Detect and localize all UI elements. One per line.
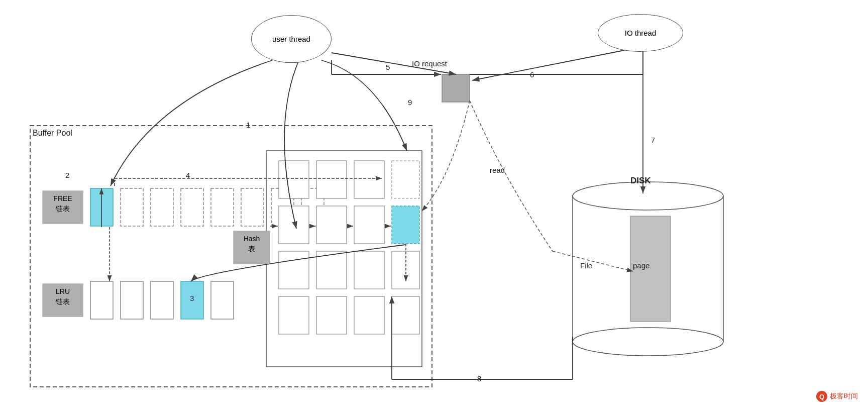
lru-empty-2 (121, 281, 143, 319)
free-empty-4 (211, 188, 234, 226)
lru-empty-4 (211, 281, 234, 319)
hash-cell-r3c3 (354, 251, 384, 289)
lru-empty-3 (151, 281, 173, 319)
hash-cell-r1c1 (279, 161, 309, 198)
read-dashed-2 (470, 100, 553, 251)
hash-cell-r1c2 (316, 161, 347, 198)
arrow-1 (284, 60, 299, 229)
lru-text: LRU链表 (56, 287, 70, 305)
arrow-num-7: 7 (651, 136, 655, 144)
hash-cell-r1c3 (354, 161, 384, 198)
hash-cell-r4c1 (279, 296, 309, 334)
hash-cell-r4c3 (354, 296, 384, 334)
hash-cell-r3c2 (316, 251, 347, 289)
free-empty-3 (181, 188, 203, 226)
io-request-label: IO request (412, 59, 447, 68)
read-dashed-1 (422, 100, 470, 211)
io-thread-node: IO thread (598, 14, 683, 52)
hash-cell-r4c2 (316, 296, 347, 334)
diagram-container: user thread IO thread IO request Buffer … (0, 0, 868, 411)
arrow-num-9: 9 (408, 98, 412, 107)
hash-cell-r3c1 (279, 251, 309, 289)
free-empty-1 (121, 188, 143, 226)
hash-cell-r2c3 (354, 206, 384, 244)
user-thread-node: user thread (251, 15, 332, 63)
file-label: File (580, 261, 592, 270)
buffer-pool-label: Buffer Pool (33, 129, 72, 138)
arrow-9 (321, 60, 407, 151)
arrow-num-2: 2 (65, 171, 69, 179)
free-text: FREE链表 (53, 194, 72, 213)
arrow-num-8: 8 (477, 374, 481, 383)
io-thread-label: IO thread (625, 28, 657, 38)
watermark-icon: Q (816, 391, 827, 402)
hash-cell-r2c1 (279, 206, 309, 244)
user-thread-label: user thread (272, 34, 310, 44)
arrow-num-1: 1 (246, 121, 250, 129)
disk-top (573, 182, 723, 210)
arrow-6 (472, 50, 624, 80)
lru-label: LRU链表 (43, 284, 83, 317)
hash-cell-r2c2 (316, 206, 347, 244)
page-label: page (633, 261, 649, 270)
read-label: read (490, 166, 505, 174)
arrow-num-4: 4 (186, 171, 190, 179)
lru-empty-1 (90, 281, 113, 319)
disk-bottom (573, 328, 723, 356)
arrow-num-5: 5 (386, 63, 390, 71)
watermark-text: 极客时间 (830, 392, 858, 401)
free-empty-5 (241, 188, 264, 226)
io-request-box (442, 74, 470, 102)
hash-cell-r2c4-cyan (392, 206, 419, 244)
watermark: Q 极客时间 (816, 391, 858, 402)
hash-cell-r4c4 (392, 296, 419, 334)
arrow-num-3: 3 (190, 294, 194, 302)
arrow-num-6: 6 (530, 70, 534, 79)
free-empty-2 (151, 188, 173, 226)
disk-label: DISK (630, 176, 651, 186)
hash-cell-r1c4 (392, 161, 419, 198)
hash-text: Hash表 (244, 235, 260, 253)
hash-label: Hash表 (234, 231, 270, 264)
free-label: FREE链表 (43, 191, 83, 224)
